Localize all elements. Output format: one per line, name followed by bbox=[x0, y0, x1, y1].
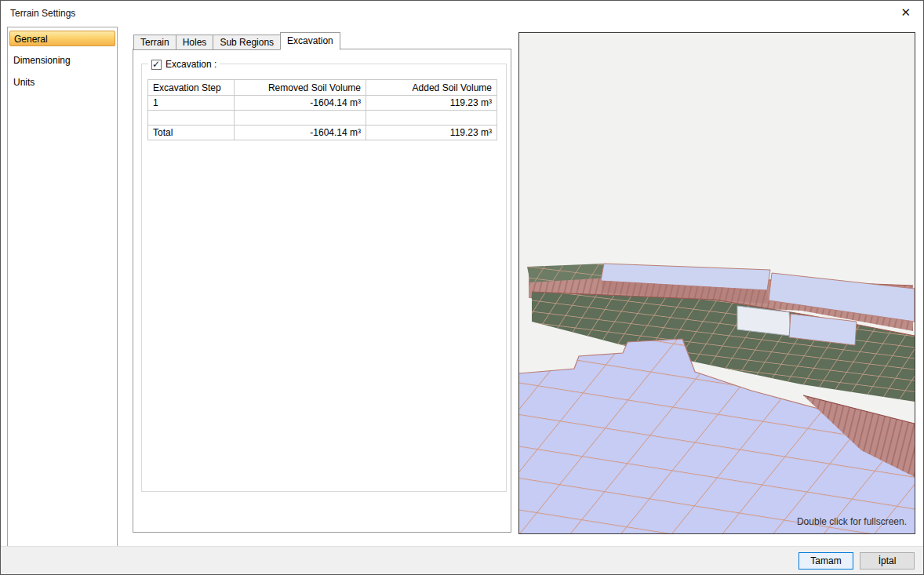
sidebar-item-general[interactable]: General bbox=[9, 31, 115, 46]
table-cell bbox=[366, 111, 497, 126]
excavation-table-body: 1-1604.14 m³119.23 m³ Total-1604.14 m³11… bbox=[148, 96, 497, 140]
excavation-checkbox[interactable] bbox=[151, 60, 162, 70]
table-row bbox=[148, 111, 497, 126]
tab-strip: TerrainHolesSub RegionsExcavation bbox=[133, 35, 340, 50]
table-row: Total-1604.14 m³119.23 m³ bbox=[148, 126, 497, 140]
tab-panel: Excavation : Excavation StepRemoved Soil… bbox=[133, 49, 511, 533]
window-title: Terrain Settings bbox=[10, 8, 75, 19]
close-icon[interactable]: ✕ bbox=[900, 6, 911, 19]
table-cell: -1604.14 m³ bbox=[235, 96, 366, 111]
table-cell: 119.23 m³ bbox=[366, 96, 497, 111]
table-cell: 1 bbox=[148, 96, 235, 111]
excavation-groupbox: Excavation : Excavation StepRemoved Soil… bbox=[141, 64, 507, 492]
tab-terrain[interactable]: Terrain bbox=[133, 35, 176, 50]
sidebar-item-dimensioning[interactable]: Dimensioning bbox=[9, 53, 115, 68]
excavation-group-label: Excavation : bbox=[148, 58, 220, 71]
table-cell: -1604.14 m³ bbox=[235, 126, 366, 140]
tab-excavation[interactable]: Excavation bbox=[280, 32, 340, 50]
table-cell: Total bbox=[148, 126, 235, 140]
column-header[interactable]: Removed Soil Volume bbox=[235, 80, 366, 96]
terrain-settings-dialog: Terrain Settings ✕ GeneralDimensioningUn… bbox=[0, 0, 924, 575]
sidebar-item-units[interactable]: Units bbox=[9, 75, 115, 90]
table-row: 1-1604.14 m³119.23 m³ bbox=[148, 96, 497, 111]
titlebar: Terrain Settings ✕ bbox=[1, 1, 923, 26]
column-header[interactable]: Added Soil Volume bbox=[366, 80, 497, 96]
fullscreen-hint: Double click for fullscreen. bbox=[797, 516, 907, 527]
excavation-label: Excavation : bbox=[166, 59, 216, 70]
excavation-table-header-row: Excavation StepRemoved Soil VolumeAdded … bbox=[148, 80, 497, 96]
sidebar-list: GeneralDimensioningUnits bbox=[7, 27, 118, 548]
preview-3d-viewport[interactable]: Double click for fullscreen. bbox=[518, 32, 915, 534]
tab-sub-regions[interactable]: Sub Regions bbox=[213, 35, 281, 50]
footer-bar: Tamam İptal bbox=[1, 546, 923, 574]
table-cell bbox=[148, 111, 235, 126]
column-header[interactable]: Excavation Step bbox=[148, 80, 235, 96]
table-cell bbox=[235, 111, 366, 126]
table-cell: 119.23 m³ bbox=[366, 126, 497, 140]
tab-holes[interactable]: Holes bbox=[176, 35, 214, 50]
excavation-table: Excavation StepRemoved Soil VolumeAdded … bbox=[147, 79, 497, 140]
cancel-button[interactable]: İptal bbox=[860, 552, 915, 570]
terrain-3d-render bbox=[519, 33, 915, 533]
ok-button[interactable]: Tamam bbox=[798, 552, 853, 570]
